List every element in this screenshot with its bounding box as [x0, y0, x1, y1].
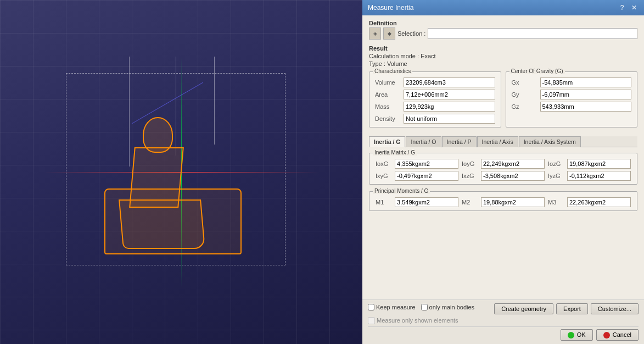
inertia-matrix-group: Inertia Matrix / G IoxG IoyG IozG IxyG I… — [369, 153, 637, 185]
cog-title: Center Of Gravity (G) — [509, 68, 565, 74]
keep-measure-label: Keep measure — [376, 304, 416, 310]
only-main-bodies-checkbox[interactable] — [421, 304, 428, 310]
cog-cell-1 — [539, 88, 633, 101]
cog-value-0[interactable] — [540, 77, 632, 87]
create-geometry-button[interactable]: Create geometry — [494, 303, 553, 314]
table-row: IoxG IoyG IozG — [374, 158, 632, 170]
close-button[interactable]: ✕ — [630, 3, 639, 12]
char-label-0: Volume — [374, 76, 402, 88]
m1-label: M1 — [374, 196, 393, 208]
measure-only-row: Measure only shown elements — [368, 317, 639, 324]
selection-label: Selection : — [397, 30, 425, 37]
measure-only-checkbox[interactable] — [368, 317, 375, 324]
cog-table: Gx Gy Gz — [511, 76, 633, 113]
ixy-value[interactable] — [395, 171, 458, 181]
tabs-bar: Inertia / G Inertia / O Inertia / P Iner… — [369, 136, 637, 147]
iox-value[interactable] — [395, 159, 458, 169]
m1-value[interactable] — [395, 197, 458, 207]
ixz-label: IxzG — [460, 170, 479, 182]
cog-value-1[interactable] — [540, 90, 632, 99]
cancel-button[interactable]: Cancel — [596, 329, 639, 341]
table-row: Volume — [374, 76, 496, 88]
ok-label: OK — [577, 331, 586, 338]
principal-moments-table: M1 M2 M3 — [374, 196, 632, 208]
char-cell-3 — [402, 113, 496, 125]
cog-group: Center Of Gravity (G) Gx Gy Gz — [506, 71, 638, 127]
dialog-body: Definition ◈ ◆ Selection : MultiSelectio… — [362, 15, 644, 299]
definition-label: Definition — [369, 20, 637, 26]
table-row: Mass — [374, 101, 496, 113]
cancel-icon — [603, 332, 610, 339]
char-value-1[interactable] — [404, 90, 495, 99]
figure-body — [104, 117, 214, 254]
help-button[interactable]: ? — [618, 3, 626, 12]
calculation-mode: Calculation mode : Exact — [369, 53, 637, 59]
table-row: Gz — [511, 101, 633, 113]
definition-section: Definition ◈ ◆ Selection : MultiSelectio… — [369, 20, 637, 40]
m2-cell — [479, 196, 546, 208]
char-label-2: Mass — [374, 101, 402, 113]
iyz-label: IyzG — [546, 170, 565, 182]
cog-label-0: Gx — [511, 76, 539, 88]
inertia-matrix-table: IoxG IoyG IozG IxyG IxzG IyzG — [374, 158, 632, 182]
ok-button[interactable]: OK — [561, 329, 593, 341]
keep-measure-checkbox[interactable] — [368, 304, 374, 310]
ixy-cell — [393, 170, 460, 182]
characteristics-table: Volume Area Mass Density — [374, 76, 496, 125]
ixz-value[interactable] — [481, 171, 545, 181]
only-main-bodies-item[interactable]: only main bodies — [421, 304, 475, 310]
3d-viewport[interactable] — [0, 0, 362, 344]
cog-cell-2 — [539, 101, 633, 113]
ixz-cell — [479, 170, 546, 182]
iox-cell — [393, 158, 460, 170]
cog-cell-0 — [539, 76, 633, 88]
cog-label-2: Gz — [511, 101, 539, 113]
tab-inertia-axis[interactable]: Inertia / Axis — [477, 136, 518, 147]
m3-value[interactable] — [567, 197, 631, 207]
selection-icon-2[interactable]: ◆ — [383, 27, 395, 40]
action-buttons: Create geometry Export Customize... — [494, 303, 639, 314]
measure-only-label: Measure only shown elements — [377, 317, 458, 324]
tab-inertia-p[interactable]: Inertia / P — [442, 136, 477, 147]
selection-icon-1[interactable]: ◈ — [369, 27, 381, 40]
table-row: Gy — [511, 88, 633, 101]
result-type: Type : Volume — [369, 60, 637, 67]
icon1-glyph: ◈ — [373, 31, 377, 36]
ioz-value[interactable] — [567, 159, 631, 169]
figure-container — [77, 90, 275, 265]
result-section: Result Calculation mode : Exact Type : V… — [369, 45, 637, 68]
char-cell-2 — [402, 101, 496, 113]
tab-inertia-g[interactable]: Inertia / G — [369, 136, 405, 147]
iyz-cell — [565, 170, 632, 182]
ok-cancel-row: OK Cancel — [368, 329, 639, 341]
tab-inertia-o[interactable]: Inertia / O — [406, 136, 441, 147]
selection-input[interactable]: MultiSelection — [428, 28, 637, 39]
title-bar-controls: ? ✕ — [618, 3, 639, 12]
cog-value-2[interactable] — [540, 102, 632, 112]
ioy-value[interactable] — [481, 159, 545, 169]
iox-label: IoxG — [374, 158, 393, 170]
cog-label-1: Gy — [511, 88, 539, 101]
keep-measure-item[interactable]: Keep measure — [368, 304, 416, 310]
table-row: Area — [374, 88, 496, 101]
char-value-2[interactable] — [404, 102, 495, 112]
ioz-label: IozG — [546, 158, 565, 170]
tab-inertia-axis-system[interactable]: Inertia / Axis System — [519, 136, 581, 147]
figure-machine — [104, 188, 242, 254]
export-button[interactable]: Export — [556, 303, 588, 314]
customize-button[interactable]: Customize... — [591, 303, 639, 314]
m2-value[interactable] — [481, 197, 545, 207]
char-value-3[interactable] — [404, 114, 495, 124]
m3-label: M3 — [546, 196, 565, 208]
bottom-area: Keep measure only main bodies Create geo… — [362, 299, 644, 344]
dialog-title-bar: Measure Inertia ? ✕ — [362, 0, 644, 15]
ioy-label: IoyG — [460, 158, 479, 170]
char-value-0[interactable] — [404, 77, 495, 87]
m1-cell — [393, 196, 460, 208]
iyz-value[interactable] — [567, 171, 631, 181]
selection-row: ◈ ◆ Selection : MultiSelection — [369, 27, 637, 40]
m2-label: M2 — [460, 196, 479, 208]
measure-inertia-dialog: Measure Inertia ? ✕ Definition ◈ ◆ Selec… — [362, 0, 644, 344]
characteristics-title: Characteristics — [373, 68, 412, 74]
char-label-3: Density — [374, 113, 402, 125]
